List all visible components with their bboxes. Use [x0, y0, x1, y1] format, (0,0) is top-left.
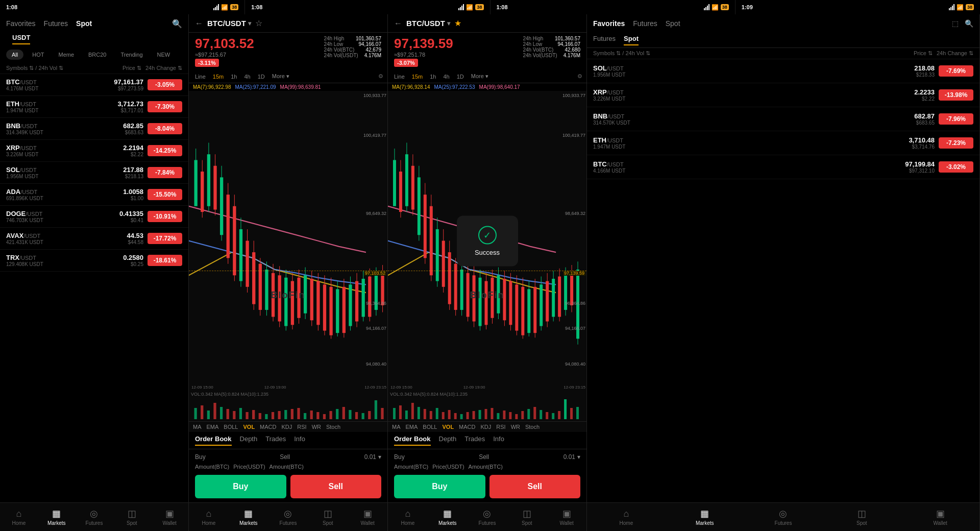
- ob-tab-depth-2[interactable]: Depth: [439, 435, 457, 446]
- btn-line-1[interactable]: Line: [193, 73, 208, 81]
- buy-button-1[interactable]: Buy: [195, 475, 286, 498]
- filter-brc20[interactable]: BRC20: [83, 50, 112, 60]
- ob-tab-trades-1[interactable]: Trades: [265, 435, 286, 446]
- market-row-eth[interactable]: ETH/USDT 1.947M USDT 3,712.73 $3,717.01 …: [0, 96, 188, 118]
- ind-macd-2[interactable]: MACD: [459, 424, 475, 430]
- tab-futures-1[interactable]: Futures: [44, 18, 68, 29]
- ind-boll-1[interactable]: BOLL: [224, 424, 238, 430]
- back-arrow-1[interactable]: ←: [195, 19, 203, 28]
- settings-icon-1[interactable]: ⚙: [378, 73, 383, 80]
- nav-wallet-2[interactable]: ▣ Wallet: [348, 503, 387, 531]
- ind-wr-2[interactable]: WR: [511, 424, 520, 430]
- filter-hot[interactable]: HOT: [27, 50, 50, 60]
- nav-futures-2[interactable]: ◎ Futures: [268, 503, 308, 531]
- ob-tab-info-1[interactable]: Info: [294, 435, 305, 446]
- btn-1h-2[interactable]: 1h: [428, 73, 438, 81]
- btn-15m-1[interactable]: 15m: [211, 73, 226, 81]
- ind-macd-1[interactable]: MACD: [260, 424, 276, 430]
- star-icon-2[interactable]: ★: [454, 18, 461, 28]
- search-icon-1[interactable]: 🔍: [172, 19, 182, 29]
- chart-area-1[interactable]: 100,933.77 100,419.77 98,649.32 97,103.5…: [189, 91, 387, 391]
- market-row-doge[interactable]: DOGE/USDT 746.703K USDT 0.41335 $0.41 -1…: [0, 206, 188, 228]
- edit-icon[interactable]: ⬚: [952, 19, 959, 28]
- ind-rsi-1[interactable]: RSI: [297, 424, 306, 430]
- ind-rsi-2[interactable]: RSI: [496, 424, 505, 430]
- ob-tab-orderbook-2[interactable]: Order Book: [394, 435, 431, 446]
- ob-tab-depth-1[interactable]: Depth: [240, 435, 258, 446]
- ind-boll-2[interactable]: BOLL: [423, 424, 437, 430]
- nav-home-3[interactable]: ⌂ Home: [388, 503, 428, 531]
- nav-spot-3[interactable]: ◫ Spot: [507, 503, 547, 531]
- market-row-sol[interactable]: SOL/USDT 1.956M USDT 217.88 $218.13 -7.8…: [0, 162, 188, 184]
- filter-new[interactable]: NEW: [152, 50, 176, 60]
- filter-all[interactable]: All: [6, 50, 23, 60]
- tab-spot-1[interactable]: Spot: [76, 18, 92, 29]
- btn-4h-1[interactable]: 4h: [242, 73, 252, 81]
- market-row-btc[interactable]: BTC/USDT 4.176M USDT 97,161.37 $97,273.5…: [0, 74, 188, 96]
- market-row-bnb[interactable]: BNB/USDT 314.349K USDT 682.85 $683.63 -8…: [0, 118, 188, 140]
- nav-futures-1[interactable]: ◎ Futures: [76, 503, 113, 531]
- btn-4h-2[interactable]: 4h: [441, 73, 451, 81]
- search-icon-4[interactable]: 🔍: [965, 19, 973, 28]
- ind-ma-2[interactable]: MA: [392, 424, 401, 430]
- market-row-avax[interactable]: AVAX/USDT 421.431K USDT 44.53 $44.58 -17…: [0, 228, 188, 250]
- ob-tab-orderbook-1[interactable]: Order Book: [195, 435, 232, 446]
- ind-wr-1[interactable]: WR: [312, 424, 321, 430]
- fav-row-btc[interactable]: BTC/USDT 4.166M USDT 97,199.84 $97,312.1…: [587, 155, 979, 179]
- fav-row-xrp[interactable]: XRP/USDT 3.226M USDT 2.2233 $2.22 -13.98…: [587, 83, 979, 107]
- nav-markets-1[interactable]: ▦ Markets: [38, 503, 76, 531]
- market-row-trx[interactable]: TRX/USDT 129.408K USDT 0.2580 $0.25 -18.…: [0, 250, 188, 272]
- btn-1h-1[interactable]: 1h: [229, 73, 239, 81]
- sell-button-1[interactable]: Sell: [290, 475, 382, 498]
- nav-markets-4[interactable]: ▦ Markets: [666, 503, 744, 531]
- filter-trending[interactable]: Trending: [115, 50, 149, 60]
- ind-stoch-2[interactable]: Stoch: [525, 424, 540, 430]
- sort-price[interactable]: Price ⇅: [122, 65, 141, 71]
- sell-button-2[interactable]: Sell: [489, 475, 581, 498]
- nav-home-1[interactable]: ⌂ Home: [0, 503, 38, 531]
- tab-futures-4[interactable]: Futures: [633, 18, 657, 29]
- nav-markets-3[interactable]: ▦ Markets: [428, 503, 468, 531]
- nav-futures-4[interactable]: ◎ Futures: [744, 503, 823, 531]
- settings-icon-2[interactable]: ⚙: [577, 73, 582, 80]
- nav-spot-4[interactable]: ◫ Spot: [822, 503, 901, 531]
- btn-line-2[interactable]: Line: [392, 73, 407, 81]
- ind-kdj-2[interactable]: KDJ: [481, 424, 492, 430]
- ind-ema-2[interactable]: EMA: [406, 424, 418, 430]
- btn-more-2[interactable]: More ▾: [469, 72, 491, 81]
- tab-favorites-4[interactable]: Favorites: [593, 18, 625, 29]
- ind-vol-2[interactable]: VOL: [442, 424, 454, 430]
- tab-favorites-1[interactable]: Favorites: [6, 18, 36, 29]
- nav-home-4[interactable]: ⌂ Home: [587, 503, 666, 531]
- btn-15m-2[interactable]: 15m: [410, 73, 425, 81]
- ob-tab-info-2[interactable]: Info: [493, 435, 504, 446]
- fav-row-sol[interactable]: SOL/USDT 1.956M USDT 218.08 $218.33 -7.6…: [587, 59, 979, 83]
- market-row-xrp[interactable]: XRP/USDT 3.226M USDT 2.2194 $2.22 -14.25…: [0, 140, 188, 162]
- nav-markets-2[interactable]: ▦ Markets: [229, 503, 268, 531]
- chart-area-2[interactable]: 100,933.77 100,419.77 98,649.32 97,139.5…: [388, 91, 586, 391]
- nav-wallet-4[interactable]: ▣ Wallet: [901, 503, 979, 531]
- nav-home-2[interactable]: ⌂ Home: [189, 503, 229, 531]
- market-row-ada[interactable]: ADA/USDT 691.896K USDT 1.0058 $1.00 -15.…: [0, 184, 188, 206]
- btn-1d-2[interactable]: 1D: [455, 73, 466, 81]
- sort-symbols[interactable]: Symbols ⇅ / 24h Vol ⇅: [6, 65, 63, 71]
- sort-change[interactable]: 24h Change ⇅: [145, 65, 182, 71]
- ob-tab-trades-2[interactable]: Trades: [464, 435, 485, 446]
- tab-spot-4[interactable]: Spot: [666, 18, 680, 29]
- ind-stoch-1[interactable]: Stoch: [326, 424, 340, 430]
- nav-spot-2[interactable]: ◫ Spot: [308, 503, 348, 531]
- filter-meme[interactable]: Meme: [53, 50, 80, 60]
- ind-ma-1[interactable]: MA: [193, 424, 202, 430]
- buy-button-2[interactable]: Buy: [394, 475, 485, 498]
- nav-wallet-3[interactable]: ▣ Wallet: [547, 503, 586, 531]
- ind-kdj-1[interactable]: KDJ: [282, 424, 292, 430]
- chart-pair-1[interactable]: BTC/USDT ▾: [207, 19, 251, 28]
- star-icon-1[interactable]: ☆: [255, 18, 262, 28]
- btn-more-1[interactable]: More ▾: [270, 72, 291, 81]
- ind-vol-1[interactable]: VOL: [243, 424, 255, 430]
- btn-1d-1[interactable]: 1D: [256, 73, 267, 81]
- back-arrow-2[interactable]: ←: [394, 19, 402, 28]
- fav-row-bnb[interactable]: BNB/USDT 314.570K USDT 682.87 $683.65 -7…: [587, 107, 979, 131]
- sub-tab-spot[interactable]: Spot: [624, 35, 639, 45]
- fav-row-eth[interactable]: ETH/USDT 1.947M USDT 3,710.48 $3,714.76 …: [587, 131, 979, 155]
